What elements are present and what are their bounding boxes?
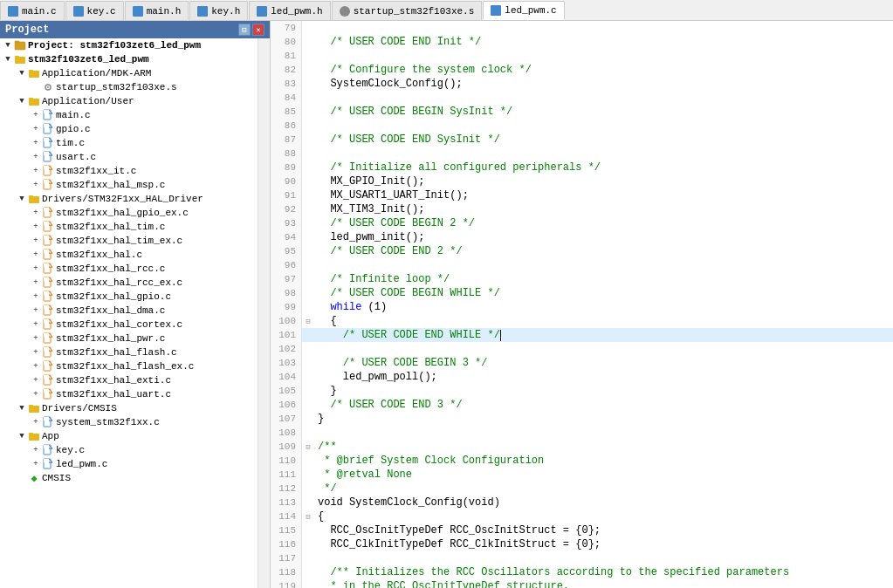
tree-item-main-c[interactable]: + main.c [0,108,258,122]
tree-expander[interactable]: + [30,277,42,289]
code-content[interactable]: SystemClock_Config(); [314,77,893,91]
tree-item-cmsis-diamond[interactable]: ◆ CMSIS [0,471,258,485]
code-content[interactable] [314,119,893,133]
tree-item-root[interactable]: ▼ stm32f103zet6_led_pwm [0,52,258,66]
tree-item-hal-flash-ex[interactable]: + stm32f1xx_hal_flash_ex.c [0,359,258,373]
tab-led_pwm-h[interactable]: led_pwm.h [249,1,330,20]
tree-expander[interactable]: + [30,221,42,233]
tree-expander[interactable]: + [30,291,42,303]
tab-startup_stm32f103xe-s[interactable]: startup_stm32f103xe.s [332,1,483,20]
code-content[interactable] [314,551,893,565]
tree-expander[interactable]: + [30,458,42,470]
tree-expander[interactable]: + [30,179,42,191]
code-content[interactable] [314,91,893,105]
tree-expander[interactable]: ▼ [16,430,28,442]
tab-main-c[interactable]: main.c [0,1,65,20]
code-content[interactable]: { [314,509,893,523]
code-content[interactable] [314,342,893,356]
tree-expander[interactable]: + [30,346,42,359]
tree-item-app-user[interactable]: ▼ Application/User [0,94,258,108]
code-content[interactable]: led_pwm_poll(); [314,370,893,384]
code-content[interactable]: /* USER CODE BEGIN 2 */ [314,216,893,230]
tree-expander[interactable]: + [30,388,42,400]
tree-item-hal-driver[interactable]: ▼ Drivers/STM32F1xx_HAL_Driver [0,192,258,206]
code-content[interactable]: /* Configure the system clock */ [314,63,893,77]
code-content[interactable]: } [314,412,893,426]
code-content[interactable]: RCC_ClkInitTypeDef RCC_ClkInitStruct = {… [314,537,893,551]
tree-item-root[interactable]: ▼ Project: stm32f103zet6_led_pwm [0,38,258,52]
tree-item-hal[interactable]: + stm32f1xx_hal.c [0,248,258,262]
tree-item-hal-gpio-ex[interactable]: + stm32f1xx_hal_gpio_ex.c [0,206,258,220]
tree-item-hal-tim-ex[interactable]: + stm32f1xx_hal_tim_ex.c [0,234,258,248]
code-content[interactable]: * @brief System Clock Configuration [314,454,893,468]
tree-expander[interactable]: + [30,374,42,386]
code-content[interactable]: while (1) [314,300,893,314]
tree-scrollbar[interactable] [258,38,270,588]
tree-item-tim-c[interactable]: + tim.c [0,136,258,150]
tree-item-hal-exti[interactable]: + stm32f1xx_hal_exti.c [0,373,258,387]
code-content[interactable]: /* Initialize all configured peripherals… [314,161,893,174]
project-minimize-btn[interactable]: ⊟ [238,24,251,36]
tree-item-hal-uart[interactable]: + stm32f1xx_hal_uart.c [0,387,258,401]
code-content[interactable]: RCC_OscInitTypeDef RCC_OscInitStruct = {… [314,523,893,537]
code-content[interactable]: /* USER CODE BEGIN SysInit */ [314,105,893,119]
code-content[interactable]: void SystemClock_Config(void) [314,496,893,509]
tree-expander[interactable]: + [30,235,42,247]
tree-item-stm32f1xx-it[interactable]: + stm32f1xx_it.c [0,164,258,178]
code-content[interactable] [314,147,893,161]
tree-item-hal-cortex[interactable]: + stm32f1xx_hal_cortex.c [0,318,258,332]
tree-item-gpio-c[interactable]: + gpio.c [0,122,258,136]
tree-item-hal-gpio[interactable]: + stm32f1xx_hal_gpio.c [0,290,258,304]
code-content[interactable] [314,49,893,63]
tree-expander[interactable]: + [30,249,42,261]
project-close-btn[interactable]: ✕ [252,24,264,36]
tree-expander[interactable]: + [30,332,42,345]
tree-expander[interactable]: + [30,137,42,149]
tree-expander[interactable]: ▼ [16,95,28,107]
code-content[interactable]: /* USER CODE END SysInit */ [314,133,893,147]
code-content[interactable]: * @retval None [314,468,893,482]
tree-expander[interactable]: + [30,207,42,219]
tab-main-h[interactable]: main.h [125,1,189,20]
code-content[interactable]: led_pwm_init(); [314,230,893,244]
tree-expander[interactable]: + [30,318,42,331]
tab-key-h[interactable]: key.h [189,1,248,20]
tree-item-mdk-arm[interactable]: ▼ Application/MDK-ARM [0,66,258,80]
tree-expander[interactable]: + [30,360,42,373]
tree-item-startup[interactable]: startup_stm32f103xe.s [0,80,258,94]
code-content[interactable] [314,426,893,440]
code-content[interactable]: /* USER CODE END 2 */ [314,244,893,258]
code-content[interactable]: /* Infinite loop */ [314,272,893,286]
code-content[interactable]: /* USER CODE BEGIN 3 */ [314,356,893,370]
code-content[interactable]: /* USER CODE END WHILE */ [314,328,893,342]
tab-led_pwm-c[interactable]: led_pwm.c [483,1,564,20]
tree-expander[interactable]: + [30,165,42,177]
code-content[interactable]: * in the RCC_OscInitTypeDef structure. [314,579,893,588]
tree-expander[interactable]: + [30,416,42,428]
tree-expander[interactable]: + [30,123,42,135]
tree-expander[interactable]: ▼ [16,193,28,205]
collapse-button[interactable]: ⊟ [302,440,314,454]
tree-expander[interactable]: + [30,151,42,163]
tree-item-hal-dma[interactable]: + stm32f1xx_hal_dma.c [0,304,258,318]
tab-key-c[interactable]: key.c [65,1,124,20]
tree-item-stm32f1xx-hal-msp[interactable]: + stm32f1xx_hal_msp.c [0,178,258,192]
tree-item-cmsis[interactable]: ▼ Drivers/CMSIS [0,401,258,415]
tree-expander[interactable]: ▼ [16,402,28,414]
tree-expander[interactable]: + [30,109,42,121]
code-content[interactable]: */ [314,482,893,496]
tree-item-key-c[interactable]: + key.c [0,443,258,457]
tree-expander[interactable]: + [30,304,42,317]
tree-expander[interactable]: + [30,263,42,275]
tree-item-hal-rcc[interactable]: + stm32f1xx_hal_rcc.c [0,262,258,276]
code-content[interactable]: /* USER CODE END 3 */ [314,398,893,412]
tree-item-system-stm32[interactable]: + system_stm32f1xx.c [0,415,258,429]
code-content[interactable]: MX_TIM3_Init(); [314,202,893,216]
collapse-button[interactable]: ⊟ [302,509,314,523]
code-content[interactable]: /* USER CODE BEGIN WHILE */ [314,286,893,300]
tree-item-hal-rcc-ex[interactable]: + stm32f1xx_hal_rcc_ex.c [0,276,258,290]
tree-item-hal-tim[interactable]: + stm32f1xx_hal_tim.c [0,220,258,234]
tree-item-hal-pwr[interactable]: + stm32f1xx_hal_pwr.c [0,332,258,345]
collapse-button[interactable]: ⊟ [302,314,314,328]
code-content[interactable]: /** Initializes the RCC Oscillators acco… [314,565,893,579]
